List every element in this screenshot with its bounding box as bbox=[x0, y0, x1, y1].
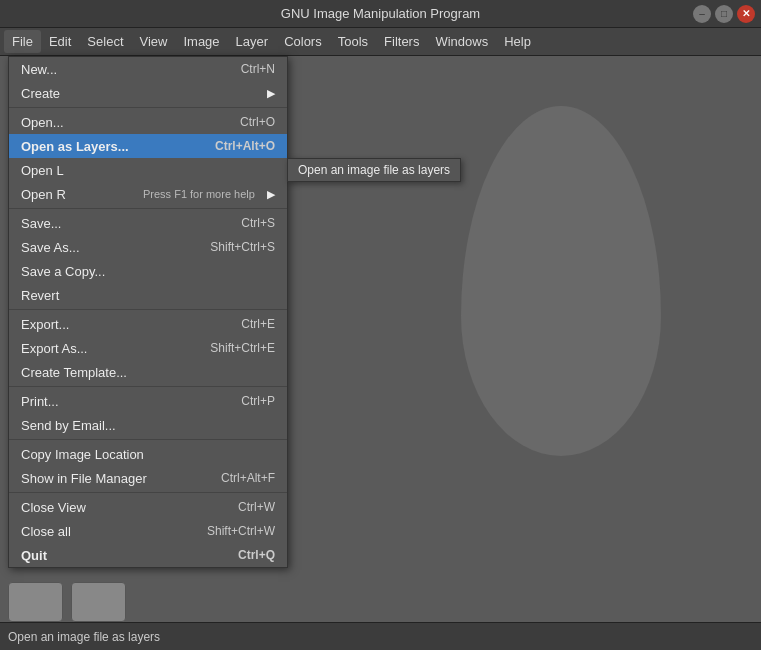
menubar-item-image[interactable]: Image bbox=[175, 30, 227, 53]
menu-item-show-file-manager-shortcut: Ctrl+Alt+F bbox=[221, 471, 275, 485]
close-button[interactable]: ✕ bbox=[737, 5, 755, 23]
menu-item-save-copy-label: Save a Copy... bbox=[21, 264, 275, 279]
menubar-item-layer[interactable]: Layer bbox=[228, 30, 277, 53]
separator-3 bbox=[9, 309, 287, 310]
menu-item-save[interactable]: Save... Ctrl+S bbox=[9, 211, 287, 235]
menubar-item-help[interactable]: Help bbox=[496, 30, 539, 53]
tool-button-1[interactable] bbox=[8, 582, 63, 622]
menu-item-open-label: Open... bbox=[21, 115, 210, 130]
menubar: File Edit Select View Image Layer Colors… bbox=[0, 28, 761, 56]
submenu-hint-text: Open an image file as layers bbox=[298, 163, 450, 177]
maximize-button[interactable]: □ bbox=[715, 5, 733, 23]
menu-item-export-as-shortcut: Shift+Ctrl+E bbox=[210, 341, 275, 355]
menubar-item-view[interactable]: View bbox=[132, 30, 176, 53]
menu-item-save-shortcut: Ctrl+S bbox=[241, 216, 275, 230]
submenu-hint: Open an image file as layers bbox=[287, 158, 461, 182]
menu-item-open-recent-hint: Press F1 for more help bbox=[143, 188, 259, 200]
menu-item-create-template-label: Create Template... bbox=[21, 365, 275, 380]
separator-1 bbox=[9, 107, 287, 108]
menu-item-new[interactable]: New... Ctrl+N bbox=[9, 57, 287, 81]
menu-item-send-email[interactable]: Send by Email... bbox=[9, 413, 287, 437]
menu-item-save-as[interactable]: Save As... Shift+Ctrl+S bbox=[9, 235, 287, 259]
menu-item-create[interactable]: Create ▶ bbox=[9, 81, 287, 105]
titlebar-controls: – □ ✕ bbox=[693, 5, 755, 23]
file-dropdown-menu: New... Ctrl+N Create ▶ Open... Ctrl+O Op… bbox=[8, 56, 288, 568]
menu-item-show-file-manager[interactable]: Show in File Manager Ctrl+Alt+F bbox=[9, 466, 287, 490]
menu-item-open-location-label: Open L bbox=[21, 163, 275, 178]
menu-item-open-as-layers[interactable]: Open as Layers... Ctrl+Alt+O bbox=[9, 134, 287, 158]
menu-item-open-recent-arrow: ▶ bbox=[267, 188, 275, 201]
menu-item-print[interactable]: Print... Ctrl+P bbox=[9, 389, 287, 413]
menu-item-quit-label: Quit bbox=[21, 548, 208, 563]
separator-5 bbox=[9, 439, 287, 440]
separator-6 bbox=[9, 492, 287, 493]
menubar-item-filters[interactable]: Filters bbox=[376, 30, 427, 53]
statusbar-text: Open an image file as layers bbox=[8, 630, 160, 644]
menu-item-close-view-label: Close View bbox=[21, 500, 208, 515]
menu-item-close-all[interactable]: Close all Shift+Ctrl+W bbox=[9, 519, 287, 543]
menu-item-open-as-layers-shortcut: Ctrl+Alt+O bbox=[215, 139, 275, 153]
tool-button-2[interactable] bbox=[71, 582, 126, 622]
menu-item-open[interactable]: Open... Ctrl+O bbox=[9, 110, 287, 134]
menu-item-quit[interactable]: Quit Ctrl+Q bbox=[9, 543, 287, 567]
menu-item-close-view-shortcut: Ctrl+W bbox=[238, 500, 275, 514]
menu-item-new-shortcut: Ctrl+N bbox=[241, 62, 275, 76]
menu-item-print-label: Print... bbox=[21, 394, 211, 409]
decorative-shape bbox=[461, 106, 661, 456]
menu-item-copy-location-label: Copy Image Location bbox=[21, 447, 275, 462]
menu-item-export-label: Export... bbox=[21, 317, 211, 332]
menu-item-open-location[interactable]: Open L Open an image file as layers bbox=[9, 158, 287, 182]
menu-item-export-shortcut: Ctrl+E bbox=[241, 317, 275, 331]
menu-item-open-recent[interactable]: Open R Press F1 for more help ▶ bbox=[9, 182, 287, 206]
menu-item-copy-location[interactable]: Copy Image Location bbox=[9, 442, 287, 466]
menu-item-revert-label: Revert bbox=[21, 288, 275, 303]
menu-item-close-all-shortcut: Shift+Ctrl+W bbox=[207, 524, 275, 538]
menu-item-create-label: Create bbox=[21, 86, 259, 101]
menubar-item-file[interactable]: File bbox=[4, 30, 41, 53]
menu-item-export-as-label: Export As... bbox=[21, 341, 180, 356]
menu-item-revert[interactable]: Revert bbox=[9, 283, 287, 307]
menu-item-close-all-label: Close all bbox=[21, 524, 177, 539]
menu-item-save-as-shortcut: Shift+Ctrl+S bbox=[210, 240, 275, 254]
menubar-item-edit[interactable]: Edit bbox=[41, 30, 79, 53]
menu-item-show-file-manager-label: Show in File Manager bbox=[21, 471, 191, 486]
menu-item-export[interactable]: Export... Ctrl+E bbox=[9, 312, 287, 336]
statusbar: Open an image file as layers bbox=[0, 622, 761, 650]
menu-item-quit-shortcut: Ctrl+Q bbox=[238, 548, 275, 562]
menu-item-export-as[interactable]: Export As... Shift+Ctrl+E bbox=[9, 336, 287, 360]
menu-item-close-view[interactable]: Close View Ctrl+W bbox=[9, 495, 287, 519]
menu-item-save-label: Save... bbox=[21, 216, 211, 231]
separator-4 bbox=[9, 386, 287, 387]
menu-item-open-as-layers-label: Open as Layers... bbox=[21, 139, 185, 154]
menubar-item-colors[interactable]: Colors bbox=[276, 30, 330, 53]
menu-item-print-shortcut: Ctrl+P bbox=[241, 394, 275, 408]
menubar-item-tools[interactable]: Tools bbox=[330, 30, 376, 53]
menu-item-new-label: New... bbox=[21, 62, 211, 77]
titlebar: GNU Image Manipulation Program – □ ✕ bbox=[0, 0, 761, 28]
menu-item-save-as-label: Save As... bbox=[21, 240, 180, 255]
menu-item-open-shortcut: Ctrl+O bbox=[240, 115, 275, 129]
menu-item-send-email-label: Send by Email... bbox=[21, 418, 275, 433]
menu-item-save-copy[interactable]: Save a Copy... bbox=[9, 259, 287, 283]
separator-2 bbox=[9, 208, 287, 209]
tool-buttons bbox=[8, 582, 126, 622]
menu-item-open-recent-label: Open R bbox=[21, 187, 137, 202]
menu-item-create-arrow: ▶ bbox=[267, 87, 275, 100]
minimize-button[interactable]: – bbox=[693, 5, 711, 23]
menubar-item-windows[interactable]: Windows bbox=[427, 30, 496, 53]
menu-item-create-template[interactable]: Create Template... bbox=[9, 360, 287, 384]
menubar-item-select[interactable]: Select bbox=[79, 30, 131, 53]
titlebar-title: GNU Image Manipulation Program bbox=[281, 6, 480, 21]
